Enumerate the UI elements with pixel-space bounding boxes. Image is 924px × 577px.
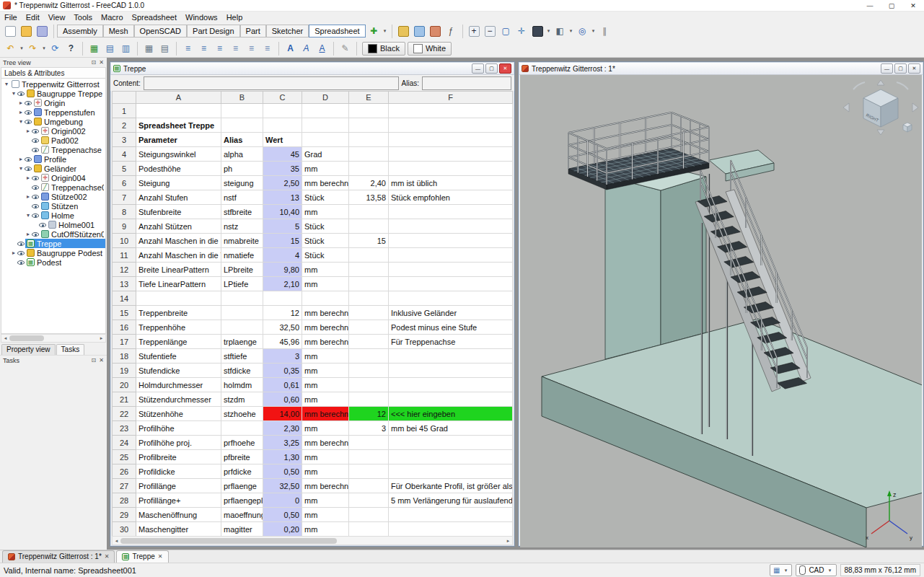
row-header-28[interactable]: 28 — [113, 493, 136, 508]
cell-C13[interactable]: 2,10 — [263, 277, 302, 291]
nav-mini-cube-icon[interactable] — [903, 123, 912, 132]
undo-icon[interactable]: ↶ — [3, 41, 18, 56]
cell-D24[interactable]: mm berechnet — [302, 436, 349, 450]
cell-B16[interactable] — [221, 320, 263, 335]
cell-D12[interactable]: mm — [302, 263, 349, 277]
expand-arrow-icon[interactable]: ▾ — [25, 212, 32, 219]
cell-D25[interactable]: mm — [302, 450, 349, 464]
alias-input[interactable] — [422, 76, 511, 90]
spreadsheet-window-titlebar[interactable]: ▦ Treppe — ▢ ✕ — [111, 63, 514, 75]
cell-C2[interactable] — [263, 118, 302, 133]
expand-arrow-icon[interactable]: ▾ — [17, 118, 25, 125]
tree-item-pad002[interactable]: Pad002 — [1, 136, 105, 145]
close-subwindow-icon[interactable]: ✕ — [908, 63, 920, 74]
row-header-15[interactable]: 15 — [113, 306, 136, 320]
cell-D20[interactable]: mm — [302, 378, 349, 392]
cell-F28[interactable]: 5 mm Verlängerung für auslaufendes unter… — [389, 493, 513, 508]
cell-B15[interactable] — [221, 306, 263, 320]
dropdown-arrow-icon[interactable]: ▾ — [591, 28, 597, 34]
cell-E23[interactable]: 3 — [349, 421, 389, 436]
tree-item-origin002[interactable]: ▸✛Origin002 — [1, 126, 105, 136]
cell-C26[interactable]: 0,50 — [263, 464, 302, 479]
scrollbar-thumb[interactable] — [9, 335, 44, 341]
row-header-25[interactable]: 25 — [113, 450, 136, 464]
cell-A23[interactable]: Profilhöhe — [136, 421, 221, 436]
appearance-icon[interactable] — [396, 24, 411, 39]
cell-B6[interactable]: steigung — [221, 176, 263, 190]
tree-item-baugruppe-treppe[interactable]: ▾Baugruppe Treppe — [1, 89, 105, 98]
minimize-subwindow-icon[interactable]: — — [472, 63, 484, 74]
cell-F20[interactable] — [389, 378, 513, 392]
cell-D22[interactable]: mm berechnet — [302, 407, 349, 421]
row-header-24[interactable]: 24 — [113, 436, 136, 450]
row-header-10[interactable]: 10 — [113, 234, 136, 248]
row-header-14[interactable]: 14 — [113, 291, 136, 306]
cell-F14[interactable] — [389, 291, 513, 306]
cell-E19[interactable] — [349, 364, 389, 378]
cell-B9[interactable]: nstz — [221, 219, 263, 234]
align-left-icon[interactable]: ≡ — [180, 41, 195, 56]
draw-style-icon[interactable]: ◧ — [553, 24, 568, 39]
cell-C21[interactable]: 0,60 — [263, 392, 302, 407]
cell-A26[interactable]: Profildicke — [136, 464, 221, 479]
row-header-18[interactable]: 18 — [113, 349, 136, 364]
cell-D2[interactable] — [302, 118, 349, 133]
cell-C16[interactable]: 32,50 — [263, 320, 302, 335]
cell-B8[interactable]: stfbreite — [221, 205, 263, 219]
cell-B29[interactable]: maoeffnung — [221, 508, 263, 522]
sync-view-icon[interactable]: ◎ — [575, 24, 590, 39]
style-bold-icon[interactable]: A — [283, 41, 298, 56]
cell-content-input[interactable] — [144, 76, 399, 90]
spreadsheet-view-icon[interactable]: ▦ — [87, 41, 102, 56]
cell-B20[interactable]: holmdm — [221, 378, 263, 392]
dropdown-arrow-icon[interactable]: ▾ — [546, 28, 552, 34]
cell-D27[interactable]: mm berechnet — [302, 479, 349, 493]
style-italic-icon[interactable]: A — [299, 41, 314, 56]
cell-B3[interactable]: Alias — [221, 133, 263, 147]
maximize-window-icon[interactable]: ▢ — [881, 0, 902, 11]
cell-F24[interactable] — [389, 436, 513, 450]
tab-tasks[interactable]: Tasks — [56, 344, 85, 355]
cell-A2[interactable]: Spreadsheet Treppe — [136, 118, 221, 133]
cell-A17[interactable]: Treppenlänge — [136, 335, 221, 349]
workbench-tab-mesh[interactable]: Mesh — [103, 25, 134, 38]
cell-B26[interactable]: prfdicke — [221, 464, 263, 479]
cell-C10[interactable]: 15 — [263, 234, 302, 248]
cell-F8[interactable] — [389, 205, 513, 219]
expand-arrow-icon[interactable]: ▾ — [10, 90, 17, 97]
cell-C7[interactable]: 13 — [263, 190, 302, 205]
cell-E21[interactable] — [349, 392, 389, 407]
scroll-right-icon[interactable]: ▸ — [504, 538, 512, 544]
cell-B4[interactable]: alpha — [221, 147, 263, 162]
cell-D23[interactable]: mm — [302, 421, 349, 436]
cell-A11[interactable]: Anzahl Maschen in die Tiefe — [136, 248, 221, 263]
close-tab-icon[interactable]: ✕ — [158, 553, 163, 560]
row-header-11[interactable]: 11 — [113, 248, 136, 263]
cell-E10[interactable]: 15 — [349, 234, 389, 248]
row-header-12[interactable]: 12 — [113, 263, 136, 277]
cell-A22[interactable]: Stützenhöhe — [136, 407, 221, 421]
cell-C20[interactable]: 0,61 — [263, 378, 302, 392]
cell-D30[interactable]: mm — [302, 522, 349, 537]
align-right-icon[interactable]: ≡ — [212, 41, 227, 56]
cell-B19[interactable]: stfdicke — [221, 364, 263, 378]
3d-viewport[interactable]: RIGHT — [520, 75, 922, 547]
cell-F13[interactable] — [389, 277, 513, 291]
cell-E28[interactable] — [349, 493, 389, 508]
cell-B23[interactable] — [221, 421, 263, 436]
cell-B13[interactable]: LPtiefe — [221, 277, 263, 291]
row-header-8[interactable]: 8 — [113, 205, 136, 219]
close-panel-icon[interactable]: ✕ — [99, 357, 104, 364]
workbench-tab-part-design[interactable]: Part Design — [187, 25, 239, 38]
cell-C24[interactable]: 3,25 — [263, 436, 302, 450]
group-icon[interactable] — [412, 24, 427, 39]
cell-C3[interactable]: Wert — [263, 133, 302, 147]
col-header-C[interactable]: C — [263, 92, 302, 104]
cell-C29[interactable]: 0,50 — [263, 508, 302, 522]
row-header-4[interactable]: 4 — [113, 147, 136, 162]
tree-item-holme001[interactable]: Holme001 — [1, 220, 105, 229]
mdi-tab-treppe[interactable]: ▦Treppe✕ — [116, 550, 168, 563]
cell-C5[interactable]: 35 — [263, 162, 302, 176]
row-header-7[interactable]: 7 — [113, 190, 136, 205]
cell-A24[interactable]: Profilhöhe proj. — [136, 436, 221, 450]
